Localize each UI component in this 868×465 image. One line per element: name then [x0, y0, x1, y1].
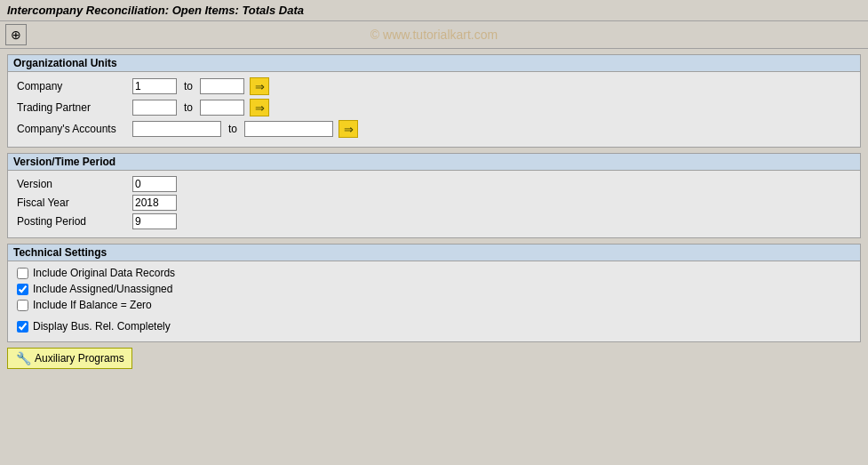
- company-arrow-button[interactable]: [250, 77, 269, 95]
- org-units-section: Organizational Units Company to Trading …: [7, 54, 861, 148]
- company-label: Company: [17, 80, 132, 92]
- company-to-label: to: [184, 80, 193, 92]
- version-input[interactable]: [132, 176, 177, 192]
- company-accounts-label: Company's Accounts: [17, 123, 132, 135]
- trading-partner-label: Trading Partner: [17, 101, 132, 114]
- company-accounts-arrow-button[interactable]: [338, 120, 358, 138]
- company-accounts-row: Company's Accounts to: [17, 120, 851, 138]
- include-original-checkbox[interactable]: [17, 268, 28, 279]
- watermark: © www.tutorialkart.com: [370, 28, 498, 42]
- company-accounts-to-label: to: [228, 123, 237, 135]
- posting-period-label: Posting Period: [17, 215, 132, 228]
- include-balance-row: Include If Balance = Zero: [17, 299, 851, 311]
- posting-period-row: Posting Period: [17, 213, 851, 229]
- fiscal-year-input[interactable]: [132, 195, 177, 211]
- company-accounts-from-input[interactable]: [132, 121, 221, 137]
- include-balance-label: Include If Balance = Zero: [33, 299, 152, 311]
- include-original-row: Include Original Data Records: [17, 267, 851, 279]
- trading-partner-row: Trading Partner to: [17, 99, 851, 116]
- aux-icon: 🔧: [15, 351, 31, 365]
- fiscal-year-label: Fiscal Year: [17, 196, 132, 209]
- org-units-content: Company to Trading Partner to Company's …: [8, 72, 860, 147]
- posting-period-input[interactable]: [132, 213, 177, 229]
- fiscal-year-row: Fiscal Year: [17, 195, 851, 211]
- trading-partner-arrow-button[interactable]: [250, 99, 269, 116]
- include-original-label: Include Original Data Records: [33, 267, 175, 279]
- title-bar: Intercompany Reconciliation: Open Items:…: [0, 0, 868, 21]
- aux-button-label: Auxiliary Programs: [35, 352, 124, 365]
- display-bus-checkbox[interactable]: [17, 321, 28, 333]
- trading-partner-to-label: to: [184, 101, 193, 114]
- include-balance-checkbox[interactable]: [17, 300, 28, 311]
- back-button[interactable]: ⊕: [5, 24, 27, 45]
- company-to-input[interactable]: [200, 78, 244, 94]
- include-assigned-checkbox[interactable]: [17, 284, 28, 295]
- tech-settings-content: Include Original Data Records Include As…: [8, 261, 860, 341]
- trading-partner-to-input[interactable]: [200, 100, 244, 116]
- company-row: Company to: [17, 77, 851, 95]
- org-units-title: Organizational Units: [8, 55, 860, 72]
- include-assigned-row: Include Assigned/Unassigned: [17, 283, 851, 295]
- display-bus-label: Display Bus. Rel. Completely: [33, 320, 171, 333]
- page-title: Intercompany Reconciliation: Open Items:…: [7, 4, 304, 17]
- include-assigned-label: Include Assigned/Unassigned: [33, 283, 172, 295]
- version-time-title: Version/Time Period: [8, 154, 860, 171]
- trading-partner-from-input[interactable]: [132, 100, 177, 116]
- main-content: Organizational Units Company to Trading …: [0, 49, 868, 374]
- tech-settings-title: Technical Settings: [8, 245, 860, 261]
- toolbar: ⊕ © www.tutorialkart.com: [0, 21, 868, 49]
- company-from-input[interactable]: [132, 78, 177, 94]
- version-time-content: Version Fiscal Year Posting Period: [8, 171, 860, 237]
- version-row: Version: [17, 176, 851, 192]
- version-label: Version: [17, 178, 132, 190]
- display-bus-row: Display Bus. Rel. Completely: [17, 320, 851, 333]
- company-accounts-to-input[interactable]: [244, 121, 333, 137]
- auxiliary-programs-button[interactable]: 🔧 Auxiliary Programs: [7, 348, 132, 369]
- tech-settings-section: Technical Settings Include Original Data…: [7, 244, 861, 342]
- version-time-section: Version/Time Period Version Fiscal Year …: [7, 153, 861, 238]
